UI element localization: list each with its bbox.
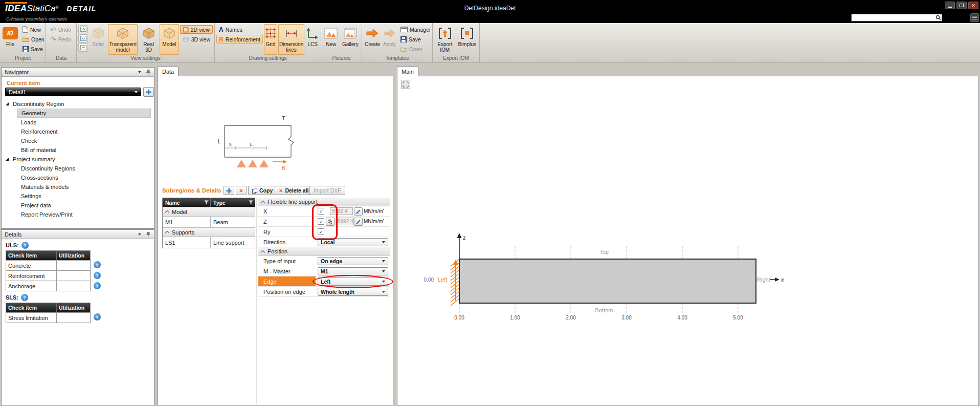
help-icon[interactable]: ? (94, 282, 101, 289)
solid-button[interactable]: Solid (89, 24, 107, 55)
collapse-panel-icon[interactable] (138, 71, 141, 73)
tree-node-project-summary[interactable]: ◢Project summary (2, 155, 154, 164)
tab-data[interactable]: Data (158, 67, 179, 76)
group-row-supports[interactable]: Supports (163, 227, 255, 237)
minimize-button[interactable] (945, 2, 955, 9)
help-icon[interactable]: ? (21, 242, 29, 249)
transparent-model-button[interactable]: Transparent model (108, 24, 138, 55)
beam-canvas[interactable]: z x 0.00 Left Top Bottom Right 0.00 1.00… (397, 76, 978, 405)
current-item-select[interactable]: Detail1 (5, 88, 141, 96)
edge-top-label[interactable]: Top (599, 249, 609, 255)
open-button[interactable]: Open (20, 35, 47, 44)
close-button[interactable]: ✕ (968, 2, 978, 9)
z-stiffness-checkbox[interactable]: ✓ (318, 218, 324, 225)
tree-node-materials-models[interactable]: Materials & models (17, 182, 151, 191)
edge-left-label[interactable]: Left (438, 276, 447, 283)
tab-main[interactable]: Main (397, 67, 418, 76)
edit-z-stiffness-button[interactable] (354, 218, 363, 226)
table-row[interactable]: Concrete (6, 260, 90, 270)
beam-region[interactable] (459, 259, 756, 303)
template-open-button[interactable]: Open (398, 45, 433, 53)
ry-stiffness-checkbox[interactable]: ✓ (318, 228, 324, 235)
x-stiffness-checkbox[interactable]: ✓ (318, 208, 324, 215)
tree-node-geometry[interactable]: Geometry (17, 109, 151, 118)
type-cell[interactable]: Line support (211, 237, 255, 248)
help-icon[interactable]: ? (94, 272, 101, 279)
name-column-header[interactable]: Name (165, 200, 180, 206)
pin-icon[interactable] (146, 231, 151, 237)
name-cell[interactable]: LS1 (163, 237, 211, 248)
tree-node-project-data[interactable]: Project data (17, 201, 151, 210)
dimension-lines-button[interactable]: Dimension lines (278, 24, 304, 55)
tree-node-loads[interactable]: Loads (17, 118, 151, 127)
delete-all-button[interactable]: ✕Delete all (275, 186, 313, 195)
import-dxf-button[interactable]: Import DXF (309, 186, 345, 195)
filter-icon[interactable] (249, 200, 253, 205)
copy-button[interactable]: Copy (248, 186, 277, 195)
tree-node-report-preview-print[interactable]: Report Preview/Print (17, 210, 151, 219)
tree-node-reinforcement[interactable]: Reinforcement (17, 127, 151, 136)
collapse-group-icon[interactable] (261, 250, 265, 254)
table-row[interactable]: Anchorage (6, 281, 90, 291)
template-manager-button[interactable]: Manager (398, 25, 433, 34)
view-3d-button[interactable]: 3D view (180, 35, 213, 44)
gallery-button[interactable]: Gallery (341, 24, 360, 55)
template-apply-button[interactable]: Apply (382, 24, 397, 55)
names-button[interactable]: ANames (216, 25, 263, 34)
edge-select[interactable]: Left (318, 277, 388, 286)
view-tool-1-button[interactable] (78, 25, 88, 33)
panel-toggle-button[interactable] (970, 13, 979, 22)
model-button[interactable]: Model (160, 24, 179, 55)
lcs-button[interactable]: LCS (305, 24, 320, 55)
group-row-model[interactable]: Model (163, 207, 255, 216)
add-item-button[interactable] (224, 186, 234, 195)
tree-node-check[interactable]: Check (17, 136, 151, 145)
new-button[interactable]: New (20, 25, 47, 34)
template-save-button[interactable]: Save (398, 35, 433, 44)
export-iom-button[interactable]: Export IOM (434, 24, 456, 55)
help-icon[interactable]: ? (21, 294, 28, 301)
help-icon[interactable]: ? (94, 313, 101, 320)
collapse-panel-icon[interactable] (138, 233, 141, 236)
view-tool-3-button[interactable] (78, 44, 88, 52)
search-input[interactable] (852, 15, 934, 21)
undo-button[interactable]: ↶Undo (48, 25, 74, 34)
template-create-button[interactable]: Create (364, 24, 381, 55)
filter-icon[interactable] (204, 200, 209, 205)
expander-icon[interactable]: ◢ (6, 101, 9, 106)
name-cell[interactable]: M1 (163, 217, 211, 227)
delete-item-button[interactable]: ✕ (236, 186, 247, 195)
master-select[interactable]: M1 (318, 267, 388, 275)
position-on-edge-select[interactable]: Whole length (318, 288, 388, 296)
table-row[interactable]: Reinforcement (6, 270, 90, 281)
save-button[interactable]: Save (20, 45, 47, 53)
type-column-header[interactable]: Type (213, 200, 226, 206)
view-tool-2-button[interactable] (78, 34, 88, 42)
tree-node-settings[interactable]: Settings (17, 191, 151, 201)
view-2d-button[interactable]: 2D view (180, 25, 213, 34)
tree-node-cross-sections[interactable]: Cross-sections (17, 173, 151, 182)
reinforcement-button[interactable]: RReinforcement (216, 35, 263, 44)
type-cell[interactable]: Beam (211, 217, 255, 227)
bimplus-button[interactable]: Bimplus (457, 24, 478, 55)
table-row[interactable]: Stress limitation (6, 312, 90, 323)
tree-node-discontinuity-regions[interactable]: Discontinuity Regions (17, 164, 151, 173)
add-detail-button[interactable] (143, 87, 154, 97)
redo-button[interactable]: ↷Redo (48, 35, 74, 44)
grid-button[interactable]: Grid (264, 24, 277, 55)
pin-icon[interactable] (146, 69, 151, 75)
panel-splitter[interactable] (256, 198, 257, 403)
real-3d-button[interactable]: Real 3D (139, 24, 159, 55)
file-button[interactable]: ID File (2, 24, 19, 55)
tree-node-discontinuity-region[interactable]: ◢Discontinuity Region (2, 99, 154, 109)
edit-x-stiffness-button[interactable] (354, 207, 363, 216)
direction-select[interactable]: Local (318, 238, 388, 246)
grid-row-ls1[interactable]: LS1Line support (163, 237, 255, 248)
tree-node-bill-of-material[interactable]: Bill of material (17, 145, 151, 155)
edge-right-label[interactable]: Right (757, 276, 770, 283)
group-flexible-line-support[interactable]: Flexible line support (258, 198, 390, 206)
collapse-group-icon[interactable] (165, 231, 169, 235)
edge-bottom-label[interactable]: Bottom (595, 307, 613, 313)
collapse-group-icon[interactable] (165, 210, 169, 215)
nonlinear-stiffness-button[interactable] (326, 218, 335, 226)
